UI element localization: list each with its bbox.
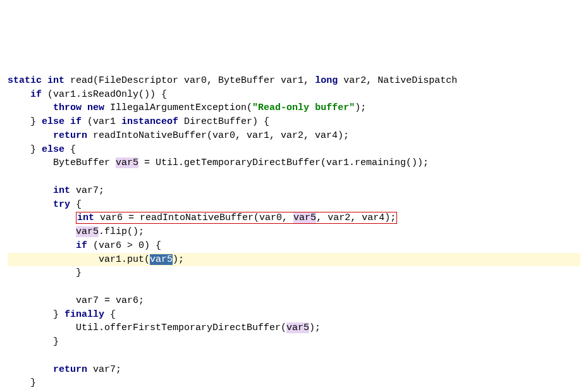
keyword-throw: throw [53,102,82,113]
code-line: try { [8,199,82,210]
code-line: Util.offerFirstTemporaryDirectBuffer(var… [8,322,321,333]
keyword-long: long [315,75,338,86]
keyword-else: else [42,144,64,155]
code-line: int var6 = readIntoNativeBuffer(var0, va… [8,212,397,224]
code-line: if (var6 > 0) { [8,240,161,251]
annotation-redbox: int var6 = readIntoNativeBuffer(var0, va… [76,212,397,224]
highlighted-line: var1.put(var5); [8,253,580,267]
code-line: return readIntoNativeBuffer(var0, var1, … [8,130,349,141]
keyword-static: static [8,75,42,86]
keyword-int: int [77,212,94,223]
var-highlight: var5 [286,322,309,333]
keyword-return: return [53,130,87,141]
keyword-new: new [87,102,104,113]
keyword-else: else [42,116,64,127]
var-highlight: var5 [116,157,138,168]
keyword-if: if [30,89,42,100]
code-line: } else if (var1 instanceof DirectBuffer)… [8,116,269,127]
keyword-finally: finally [64,309,104,320]
selection: var5 [150,254,173,265]
code-line: var5.flip(); [8,226,144,237]
keyword-try: try [53,199,70,210]
string-literal: "Read-only buffer" [252,102,355,113]
keyword-if: if [76,240,87,251]
keyword-instanceof: instanceof [121,116,178,127]
var-highlight: var5 [76,226,99,237]
code-line: int var7; [8,185,104,196]
code-line: var7 = var6; [8,295,144,306]
code-line: if (var1.isReadOnly()) { [8,89,167,100]
code-line: throw new IllegalArgumentException("Read… [8,102,366,113]
keyword-if: if [70,116,82,127]
var-highlight: var5 [293,212,316,223]
code-line: return var7; [8,364,121,375]
code-line: ByteBuffer var5 = Util.getTemporaryDirec… [8,157,429,168]
code-editor[interactable]: static int read(FileDescriptor var0, Byt… [8,60,580,387]
code-line: static int read(FileDescriptor var0, Byt… [8,75,457,86]
code-line: } finally { [8,309,116,320]
code-line: } [8,336,59,347]
keyword-return: return [53,364,87,375]
code-line: } else { [8,144,76,155]
keyword-int: int [47,75,64,86]
keyword-int: int [53,185,70,196]
code-line: } [8,267,82,278]
code-line: } [8,378,36,387]
